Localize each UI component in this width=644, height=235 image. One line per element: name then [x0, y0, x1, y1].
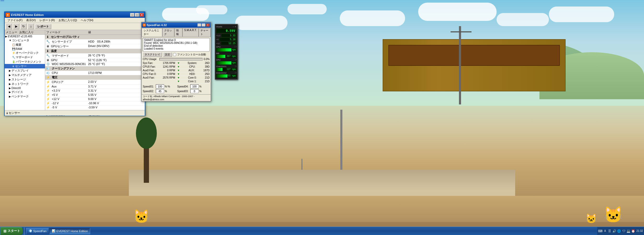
tree-item-network[interactable]: ▶ ネットワーク	[5, 82, 45, 86]
menu-favorites[interactable]: お気に入り(Q)	[57, 18, 79, 22]
tree-item-overview[interactable]: 📋 概要	[5, 43, 45, 47]
sf-fan-label-3: CPU Fan 0:	[143, 73, 156, 75]
sf-speed-input-1[interactable]	[156, 89, 164, 93]
vcore-main-display: 0.59V	[216, 28, 237, 33]
tree-item-powermgmt[interactable]: 🔋 パワーマネジメント	[5, 60, 45, 64]
home-button[interactable]: ⌂	[28, 24, 34, 29]
vcore-cpu2-section: CPU ░▪ 1222 rpm	[216, 59, 237, 65]
vcore-chassis2-ctrl: ░▪	[235, 72, 237, 74]
tab-system-monitor[interactable]: システムモニター	[142, 28, 162, 37]
tree-item-benchmark[interactable]: ▶ ベンチマーク	[5, 94, 45, 99]
sf-speed-input-3[interactable]	[190, 84, 199, 89]
field-gpu-sensor: 🖥 GPUセンサー	[45, 44, 87, 49]
tree-label-network: ネットワーク	[12, 82, 29, 86]
close-button[interactable]: ✕	[140, 13, 144, 17]
tree-item-ram[interactable]: 💾 RAM	[5, 47, 45, 51]
forward-button[interactable]: ▶	[13, 24, 19, 29]
tree-item-display[interactable]: ▶ ディスプレイ	[5, 68, 45, 73]
tree-item-computer[interactable]: ▼ コンピュータ	[5, 38, 45, 43]
report-button[interactable]: レポート	[35, 24, 51, 29]
value-sensor-type: HDD 0S A 290h	[87, 39, 145, 44]
field-gpu-temp: 🖥 GPU	[45, 58, 87, 62]
tab-info[interactable]: 情報	[174, 28, 182, 37]
cpu-fan-icon: 💨	[46, 71, 50, 74]
value-cpu-core: 2.03 V	[87, 80, 145, 85]
voltage-text: 電圧	[52, 76, 58, 79]
sf-close-btn[interactable]: ✕	[206, 24, 210, 27]
aux-label: Aux	[51, 85, 56, 88]
back-button[interactable]: ◀	[6, 24, 12, 29]
sf-info-box: SMART Enabled for drive 0 Found: WDC WD2…	[143, 38, 210, 51]
crossbar	[451, 31, 472, 32]
fan-text: クーリングファン	[52, 67, 75, 70]
start-button[interactable]: ⊞ スタート	[1, 227, 23, 235]
taskbar-items: 💨 SpeedFan 📊 EVEREST Home Edition	[26, 228, 597, 234]
sf-configure-btn[interactable]: 設定	[163, 52, 172, 57]
12v-label: +12 V	[52, 97, 59, 101]
vcore-row-12v: +12 12.25	[216, 42, 237, 45]
cat-left: 🐱	[133, 209, 150, 224]
tab-chart[interactable]: チャート	[199, 28, 211, 37]
tree-item-overclock[interactable]: ⚡ オーバークロック	[5, 51, 45, 55]
sf-minimize-btn[interactable]: ─	[198, 24, 201, 27]
value-cpu-fan: 1713 RPM	[87, 71, 145, 75]
tab-smart[interactable]: S.M.A.R.T.	[182, 28, 199, 37]
vcore-cpu-close: ▪	[236, 46, 237, 48]
tree-item-everest[interactable]: ▶ EVEREST v2.20.405	[5, 35, 45, 38]
vcore-chassis1-btn: ░▪	[235, 65, 237, 68]
tab-clock[interactable]: クロック	[162, 28, 174, 37]
row-12v: ⚡ +12 V 9.00 V	[45, 97, 145, 101]
sf-temp-row-4: ▼ Core 0: 21D	[177, 76, 210, 80]
vcore-close-btn[interactable]: ✕	[235, 26, 237, 28]
tray-icon-1: ⌨	[598, 229, 602, 233]
value-neg12v: -10.96 V	[87, 101, 145, 105]
tree-item-directx[interactable]: ▶ DirectX	[5, 86, 45, 90]
vcore-cpu-section: CPU ░ ▪ 1222 rpm	[216, 46, 237, 52]
vcore-display-33: 3.31	[221, 34, 237, 37]
neg12v-label: -12 V	[52, 102, 59, 105]
vcore-mb-section: MB 267 rpm	[216, 52, 237, 58]
sf-speed-input-2[interactable]	[190, 89, 199, 93]
sf-fan-row-0: Sys Fan: 1705 RPM	[143, 61, 175, 65]
sf-temp-label-5: Core 1:	[188, 80, 197, 83]
taskbar-everest-icon: 📊	[52, 229, 55, 233]
train-car-body	[388, 45, 560, 66]
menu-help[interactable]: ヘルプ(H)	[79, 18, 95, 22]
tree-item-motherboard[interactable]: 🔧 マザーボード	[5, 55, 45, 60]
status-icon: 🌡	[6, 111, 9, 115]
sensor-type-label: センサータイプ	[52, 40, 72, 43]
neg5v-label: -5 V	[52, 106, 57, 109]
sf-auto-checkbox[interactable]	[173, 53, 176, 56]
maximize-button[interactable]: □	[135, 13, 139, 17]
tree-items: ▶ EVEREST v2.20.405 ▼ コンピュータ 📋 概要 💾 RAM	[5, 35, 45, 99]
tray-icon-7: 💻	[626, 229, 631, 233]
sf-tasktray-btn[interactable]: タスクトレイ	[143, 52, 162, 57]
vcore-chassis2-section: CHASSIS2 ░▪ 255 rpm	[216, 72, 237, 78]
value-gpu-sensor: Driver (NV-DRV)	[87, 44, 145, 49]
menu-view[interactable]: 表示(V)	[25, 18, 37, 22]
tree-panel: メニュー お気に入り ▶ EVEREST v2.20.405 ▼ コンピュータ …	[5, 30, 45, 116]
desktop-icons-sidebar	[0, 0, 4, 2]
vcore-mb-value: 267 rpm	[227, 55, 235, 57]
sf-maximize-btn[interactable]: □	[202, 24, 205, 27]
minimize-button[interactable]: ─	[130, 13, 134, 17]
menu-file[interactable]: ファイル(F)	[6, 18, 24, 22]
vcore-minimize-btn[interactable]: ─	[233, 26, 234, 28]
sf-speed-label-3: Speed04:	[177, 85, 190, 88]
tree-item-storage[interactable]: ▶ ストレージ	[5, 77, 45, 82]
taskbar-item-speedfan[interactable]: 💨 SpeedFan	[26, 228, 49, 234]
tree-item-sensor[interactable]: 🌡 センサー	[5, 64, 45, 68]
sf-temp-value-1: 39D	[205, 65, 210, 68]
vcore-chassis1-ctrl: ░▪	[235, 65, 237, 68]
menu-report[interactable]: レポート(R)	[38, 18, 56, 22]
row-mb-temp: 🔧 マザーボード 26 °C (79 °F)	[45, 54, 145, 58]
sf-speed-input-0[interactable]	[156, 84, 164, 89]
tree-item-multimedia[interactable]: ▶ マルチメディア	[5, 73, 45, 77]
value-aux: 3.71 V	[87, 85, 145, 89]
tree-item-devices[interactable]: ▶ デバイス	[5, 90, 45, 94]
refresh-button[interactable]: ↻	[20, 24, 27, 29]
taskbar-item-everest[interactable]: 📊 EVEREST Home Edition	[49, 228, 90, 234]
tree-icon-powermgmt: 🔋	[12, 60, 15, 63]
row-cpu-core: ⚡ CPUコア 2.03 V	[45, 80, 145, 85]
sf-fans-col: Sys Fan: 1705 RPM CPU0 Fan: 1241 RPM Aux…	[143, 61, 175, 83]
